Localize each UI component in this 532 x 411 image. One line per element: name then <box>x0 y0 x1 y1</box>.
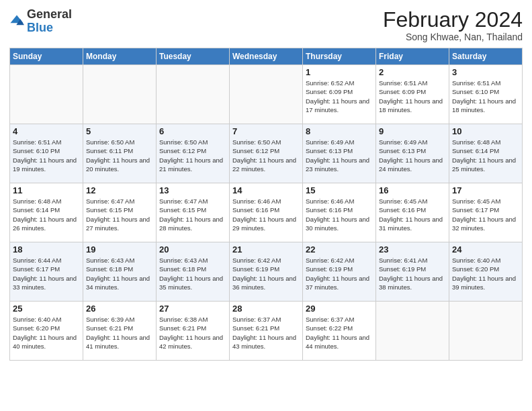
calendar-cell <box>230 65 303 124</box>
calendar-cell: 9Sunrise: 6:49 AM Sunset: 6:13 PM Daylig… <box>376 124 449 183</box>
day-number: 16 <box>379 185 446 195</box>
day-info: Sunrise: 6:45 AM Sunset: 6:16 PM Dayligh… <box>379 197 446 232</box>
calendar-cell: 29Sunrise: 6:37 AM Sunset: 6:22 PM Dayli… <box>303 302 376 361</box>
calendar-cell: 23Sunrise: 6:41 AM Sunset: 6:19 PM Dayli… <box>376 242 449 302</box>
day-number: 19 <box>86 244 153 255</box>
calendar-cell: 13Sunrise: 6:47 AM Sunset: 6:15 PM Dayli… <box>157 183 230 242</box>
calendar-cell <box>376 302 449 361</box>
day-number: 13 <box>159 185 226 195</box>
calendar-cell: 6Sunrise: 6:50 AM Sunset: 6:12 PM Daylig… <box>157 124 230 183</box>
day-info: Sunrise: 6:52 AM Sunset: 6:09 PM Dayligh… <box>306 79 373 114</box>
calendar-location: Song Khwae, Nan, Thailand <box>383 32 523 42</box>
calendar-cell <box>10 65 83 124</box>
day-info: Sunrise: 6:45 AM Sunset: 6:17 PM Dayligh… <box>452 197 519 232</box>
calendar-cell: 11Sunrise: 6:48 AM Sunset: 6:14 PM Dayli… <box>10 183 83 242</box>
calendar-cell: 14Sunrise: 6:46 AM Sunset: 6:16 PM Dayli… <box>230 183 303 242</box>
day-header-tuesday: Tuesday <box>157 48 230 65</box>
calendar-cell: 24Sunrise: 6:40 AM Sunset: 6:20 PM Dayli… <box>449 242 523 302</box>
day-info: Sunrise: 6:50 AM Sunset: 6:12 PM Dayligh… <box>159 138 226 173</box>
day-info: Sunrise: 6:47 AM Sunset: 6:15 PM Dayligh… <box>159 197 226 232</box>
day-number: 5 <box>86 126 153 136</box>
day-number: 28 <box>232 304 300 314</box>
calendar-cell: 15Sunrise: 6:46 AM Sunset: 6:16 PM Dayli… <box>303 183 376 242</box>
header: General Blue February 2024 Song Khwae, N… <box>9 8 523 42</box>
day-number: 20 <box>159 244 226 255</box>
calendar-cell: 27Sunrise: 6:38 AM Sunset: 6:21 PM Dayli… <box>157 302 230 361</box>
day-number: 8 <box>306 126 373 136</box>
logo-blue-text: Blue <box>27 21 53 34</box>
day-number: 23 <box>379 244 446 255</box>
day-number: 15 <box>306 185 373 195</box>
day-number: 11 <box>13 185 80 195</box>
day-info: Sunrise: 6:46 AM Sunset: 6:16 PM Dayligh… <box>232 197 300 232</box>
calendar-cell: 2Sunrise: 6:51 AM Sunset: 6:09 PM Daylig… <box>376 65 449 124</box>
calendar-cell: 5Sunrise: 6:50 AM Sunset: 6:11 PM Daylig… <box>83 124 157 183</box>
calendar-cell: 3Sunrise: 6:51 AM Sunset: 6:10 PM Daylig… <box>449 65 523 124</box>
day-info: Sunrise: 6:49 AM Sunset: 6:13 PM Dayligh… <box>306 138 373 173</box>
calendar-cell: 4Sunrise: 6:51 AM Sunset: 6:10 PM Daylig… <box>10 124 83 183</box>
day-number: 29 <box>306 304 373 314</box>
day-info: Sunrise: 6:37 AM Sunset: 6:22 PM Dayligh… <box>306 315 373 351</box>
day-info: Sunrise: 6:50 AM Sunset: 6:12 PM Dayligh… <box>232 138 300 173</box>
day-info: Sunrise: 6:48 AM Sunset: 6:14 PM Dayligh… <box>13 197 80 232</box>
logo-general-text: General <box>27 7 72 21</box>
calendar-cell: 16Sunrise: 6:45 AM Sunset: 6:16 PM Dayli… <box>376 183 449 242</box>
day-number: 12 <box>86 185 153 195</box>
day-info: Sunrise: 6:39 AM Sunset: 6:21 PM Dayligh… <box>86 315 153 351</box>
day-number: 24 <box>452 244 519 255</box>
day-number: 1 <box>306 67 373 77</box>
calendar-cell: 7Sunrise: 6:50 AM Sunset: 6:12 PM Daylig… <box>230 124 303 183</box>
day-info: Sunrise: 6:48 AM Sunset: 6:14 PM Dayligh… <box>452 138 519 173</box>
calendar-cell: 18Sunrise: 6:44 AM Sunset: 6:17 PM Dayli… <box>10 242 83 302</box>
day-header-monday: Monday <box>83 48 157 65</box>
calendar-cell: 26Sunrise: 6:39 AM Sunset: 6:21 PM Dayli… <box>83 302 157 361</box>
day-info: Sunrise: 6:44 AM Sunset: 6:17 PM Dayligh… <box>13 256 80 291</box>
day-info: Sunrise: 6:40 AM Sunset: 6:20 PM Dayligh… <box>452 256 519 291</box>
calendar-cell: 17Sunrise: 6:45 AM Sunset: 6:17 PM Dayli… <box>449 183 523 242</box>
day-info: Sunrise: 6:37 AM Sunset: 6:21 PM Dayligh… <box>232 315 300 351</box>
day-info: Sunrise: 6:41 AM Sunset: 6:19 PM Dayligh… <box>379 256 446 291</box>
day-info: Sunrise: 6:42 AM Sunset: 6:19 PM Dayligh… <box>306 256 373 291</box>
calendar-title: February 2024 <box>383 8 523 32</box>
calendar-cell: 21Sunrise: 6:42 AM Sunset: 6:19 PM Dayli… <box>230 242 303 302</box>
day-number: 27 <box>159 304 226 314</box>
calendar-table: SundayMondayTuesdayWednesdayThursdayFrid… <box>9 48 523 361</box>
day-number: 25 <box>13 304 80 314</box>
calendar-cell: 20Sunrise: 6:43 AM Sunset: 6:18 PM Dayli… <box>157 242 230 302</box>
calendar-cell: 28Sunrise: 6:37 AM Sunset: 6:21 PM Dayli… <box>230 302 303 361</box>
title-block: February 2024 Song Khwae, Nan, Thailand <box>383 8 523 42</box>
day-info: Sunrise: 6:43 AM Sunset: 6:18 PM Dayligh… <box>159 256 226 291</box>
day-number: 4 <box>13 126 80 136</box>
calendar-cell: 25Sunrise: 6:40 AM Sunset: 6:20 PM Dayli… <box>10 302 83 361</box>
day-number: 10 <box>452 126 519 136</box>
page: General Blue February 2024 Song Khwae, N… <box>0 0 532 411</box>
day-info: Sunrise: 6:47 AM Sunset: 6:15 PM Dayligh… <box>86 197 153 232</box>
logo-icon <box>9 14 24 29</box>
day-header-thursday: Thursday <box>303 48 376 65</box>
day-number: 6 <box>159 126 226 136</box>
calendar-cell <box>83 65 157 124</box>
day-number: 21 <box>232 244 300 255</box>
day-number: 3 <box>452 67 519 77</box>
day-header-friday: Friday <box>376 48 449 65</box>
day-number: 17 <box>452 185 519 195</box>
day-number: 9 <box>379 126 446 136</box>
day-header-sunday: Sunday <box>10 48 83 65</box>
day-info: Sunrise: 6:43 AM Sunset: 6:18 PM Dayligh… <box>86 256 153 291</box>
day-header-wednesday: Wednesday <box>230 48 303 65</box>
logo: General Blue <box>9 8 72 35</box>
day-number: 7 <box>232 126 300 136</box>
day-number: 22 <box>306 244 373 255</box>
calendar-cell: 1Sunrise: 6:52 AM Sunset: 6:09 PM Daylig… <box>303 65 376 124</box>
day-info: Sunrise: 6:51 AM Sunset: 6:10 PM Dayligh… <box>452 79 519 114</box>
day-info: Sunrise: 6:51 AM Sunset: 6:09 PM Dayligh… <box>379 79 446 114</box>
day-info: Sunrise: 6:49 AM Sunset: 6:13 PM Dayligh… <box>379 138 446 173</box>
calendar-cell <box>449 302 523 361</box>
calendar-cell: 12Sunrise: 6:47 AM Sunset: 6:15 PM Dayli… <box>83 183 157 242</box>
day-info: Sunrise: 6:40 AM Sunset: 6:20 PM Dayligh… <box>13 315 80 351</box>
day-info: Sunrise: 6:38 AM Sunset: 6:21 PM Dayligh… <box>159 315 226 351</box>
calendar-cell <box>157 65 230 124</box>
calendar-cell: 19Sunrise: 6:43 AM Sunset: 6:18 PM Dayli… <box>83 242 157 302</box>
day-number: 26 <box>86 304 153 314</box>
day-info: Sunrise: 6:50 AM Sunset: 6:11 PM Dayligh… <box>86 138 153 173</box>
